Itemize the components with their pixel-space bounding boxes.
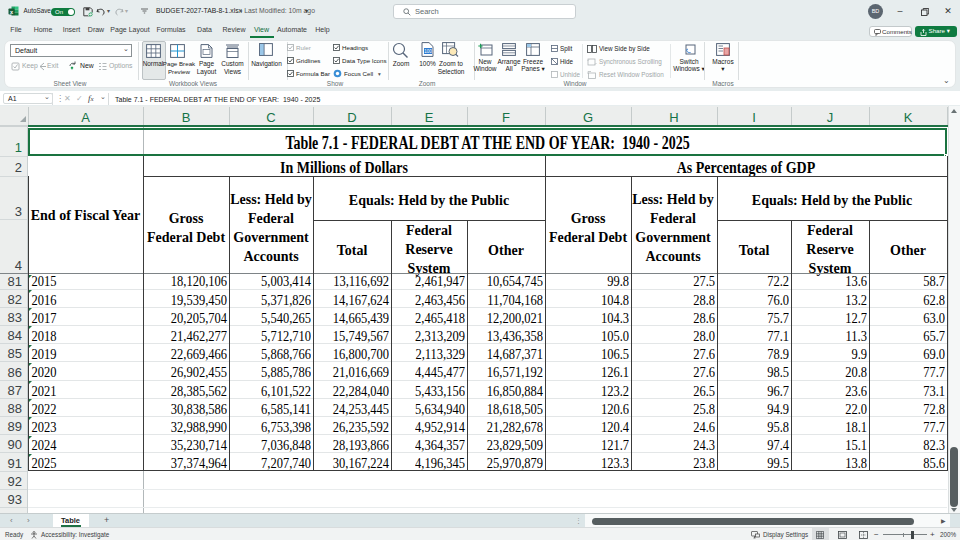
svg-text:100: 100 — [424, 49, 432, 54]
